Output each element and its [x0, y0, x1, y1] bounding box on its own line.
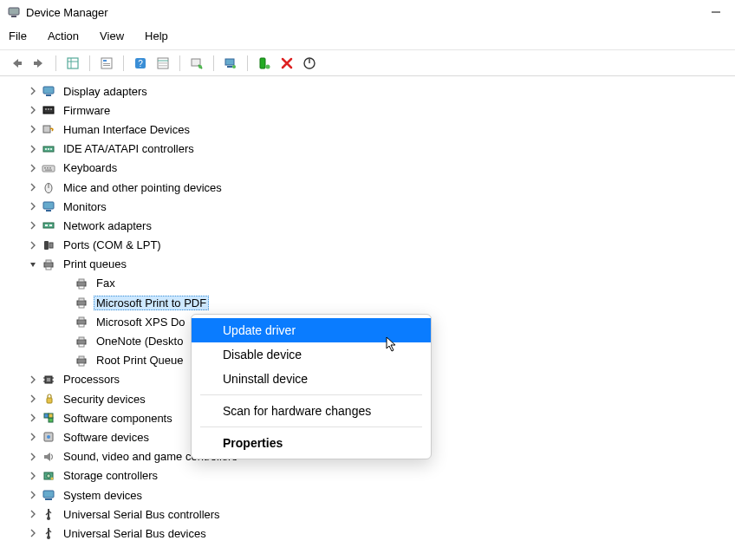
tree-node[interactable]: Mice and other pointing devices — [0, 178, 735, 197]
svg-rect-40 — [49, 167, 51, 169]
svg-rect-66 — [77, 359, 86, 363]
menu-action[interactable]: Action — [44, 28, 82, 44]
add-hardware-icon[interactable] — [255, 54, 274, 73]
show-hidden-icon[interactable] — [63, 54, 82, 73]
tree-node[interactable]: Firmware — [0, 101, 735, 120]
svg-rect-10 — [103, 63, 110, 64]
chevron-right-icon[interactable] — [28, 124, 38, 134]
chevron-right-icon[interactable] — [28, 163, 38, 173]
tree-node[interactable]: Network adapters — [0, 216, 735, 235]
tree-node-label: Human Interface Devices — [61, 122, 192, 137]
context-menu-item[interactable]: Uninstall device — [192, 367, 431, 391]
svg-rect-65 — [79, 344, 84, 347]
svg-rect-64 — [79, 337, 84, 340]
svg-rect-20 — [225, 59, 234, 65]
hid-icon — [42, 122, 55, 136]
help-icon[interactable]: ? — [131, 54, 150, 73]
svg-rect-77 — [49, 418, 53, 422]
tree-node-label: Display adapters — [61, 84, 150, 99]
scan-hardware-icon[interactable] — [221, 54, 240, 73]
chevron-right-icon[interactable] — [28, 182, 38, 192]
svg-point-89 — [47, 536, 50, 539]
tree-node-label: Microsoft Print to PDF — [94, 296, 209, 310]
tree-node[interactable]: IDE ATA/ATAPI controllers — [0, 140, 735, 159]
port-icon — [42, 238, 55, 252]
tree-node[interactable]: Monitors — [0, 197, 735, 216]
details-icon[interactable] — [153, 54, 172, 73]
forward-icon[interactable] — [29, 54, 49, 73]
svg-rect-46 — [43, 223, 54, 228]
context-menu-item[interactable]: Disable device — [192, 342, 431, 367]
menu-file[interactable]: File — [5, 28, 30, 44]
tree-node[interactable]: Universal Serial Bus devices — [0, 524, 735, 543]
minimize-button[interactable] — [704, 3, 728, 21]
storage-icon — [42, 469, 55, 483]
disable-icon[interactable] — [277, 54, 296, 73]
enable-icon[interactable] — [300, 54, 319, 73]
svg-rect-56 — [79, 286, 84, 289]
tree-node-label: Ports (COM & LPT) — [61, 238, 164, 252]
svg-rect-54 — [77, 282, 86, 286]
usb-icon — [42, 526, 55, 540]
tree-node-label: Universal Serial Bus devices — [61, 526, 209, 541]
svg-point-36 — [50, 148, 52, 150]
context-menu-item[interactable]: Update driver — [192, 318, 431, 342]
svg-rect-29 — [45, 108, 47, 110]
chevron-right-icon[interactable] — [28, 490, 38, 500]
chevron-down-icon[interactable] — [28, 259, 38, 270]
svg-rect-78 — [49, 413, 53, 418]
svg-text:?: ? — [138, 59, 143, 68]
context-menu-item[interactable]: Scan for hardware changes — [192, 399, 431, 423]
menu-help[interactable]: Help — [141, 28, 172, 44]
tree-node[interactable]: Storage controllers — [0, 466, 735, 485]
menu-view[interactable]: View — [96, 28, 127, 44]
context-menu-item[interactable]: Properties — [192, 431, 431, 455]
tree-node[interactable]: Print queues — [0, 255, 735, 274]
svg-rect-44 — [43, 202, 54, 209]
monitor-icon — [42, 84, 55, 98]
tree-node[interactable]: Microsoft Print to PDF — [0, 293, 735, 312]
chevron-right-icon[interactable] — [28, 452, 38, 462]
chevron-right-icon[interactable] — [28, 105, 38, 115]
tree-node-label: Storage controllers — [61, 468, 160, 483]
tree-node[interactable]: Human Interface Devices — [0, 120, 735, 139]
tree-node[interactable]: Keyboards — [0, 159, 735, 178]
chevron-right-icon[interactable] — [28, 144, 38, 154]
back-icon[interactable] — [7, 54, 26, 73]
chevron-right-icon[interactable] — [28, 413, 38, 423]
tree-node[interactable]: Fax — [0, 274, 735, 293]
chevron-right-icon[interactable] — [28, 471, 38, 481]
tree-node-label: Mice and other pointing devices — [61, 180, 224, 195]
tree-node-label: OneNote (Deskto — [94, 334, 185, 348]
svg-rect-3 — [17, 62, 22, 65]
system-icon — [42, 488, 55, 502]
chevron-right-icon[interactable] — [28, 86, 38, 96]
svg-rect-38 — [44, 167, 46, 169]
tree-node-label: Firmware — [61, 103, 113, 118]
chevron-right-icon[interactable] — [28, 201, 38, 212]
svg-rect-39 — [47, 167, 49, 169]
chevron-right-icon[interactable] — [28, 374, 38, 385]
device-tree[interactable]: Display adaptersFirmwareHuman Interface … — [0, 76, 735, 544]
tree-node-label: IDE ATA/ATAPI controllers — [61, 141, 197, 156]
update-driver-icon[interactable] — [187, 54, 206, 73]
tree-node[interactable]: Display adapters — [0, 81, 735, 101]
svg-rect-21 — [227, 66, 232, 68]
svg-rect-62 — [79, 324, 84, 327]
chevron-right-icon[interactable] — [28, 509, 38, 519]
chevron-right-icon[interactable] — [28, 240, 38, 251]
tree-node[interactable]: System devices — [0, 485, 735, 505]
tree-node[interactable]: Ports (COM & LPT) — [0, 236, 735, 255]
properties-icon[interactable] — [97, 54, 116, 73]
chevron-right-icon[interactable] — [28, 220, 38, 231]
tree-node-label: System devices — [61, 488, 145, 503]
tree-node[interactable]: Universal Serial Bus controllers — [0, 505, 735, 524]
chevron-right-icon[interactable] — [28, 432, 38, 442]
mouse-icon — [42, 180, 55, 194]
chevron-right-icon[interactable] — [28, 528, 38, 538]
sound-icon — [42, 450, 55, 464]
chevron-right-icon[interactable] — [28, 394, 38, 404]
svg-point-22 — [232, 65, 236, 68]
svg-rect-53 — [46, 267, 51, 270]
svg-rect-30 — [48, 108, 49, 110]
